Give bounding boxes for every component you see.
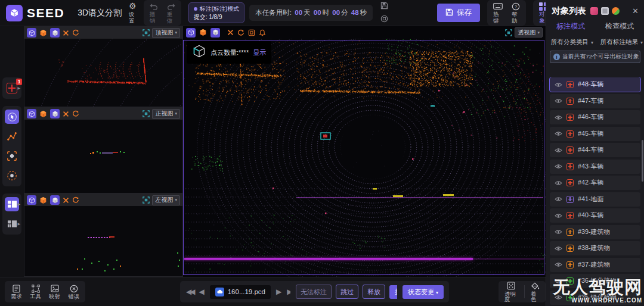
object-list-item[interactable]: #39-建筑物 [550,225,640,239]
focus-icon[interactable] [143,196,150,204]
visibility-eye-icon[interactable] [555,196,562,202]
main-view-select[interactable]: 透视图▾ [515,27,543,38]
folder-badge-icon[interactable] [590,7,598,15]
visibility-eye-icon[interactable] [555,246,562,251]
redo-button[interactable]: 重做 [167,2,175,24]
cube-wire-button[interactable] [27,109,36,118]
errors-button[interactable]: 错误 [68,284,79,299]
cube-solid-button[interactable] [199,29,207,36]
refresh-icon[interactable] [237,29,244,36]
colorize-button[interactable]: 着色 [531,282,540,302]
refresh-icon[interactable] [72,196,79,204]
visibility-eye-icon[interactable] [555,229,562,235]
visibility-eye-icon[interactable] [555,115,562,120]
object-list-item[interactable]: #46-车辆 [550,110,640,124]
category-filter-select[interactable]: 所有分类类目▾ [551,38,593,46]
visibility-eye-icon[interactable] [555,82,562,88]
square-badge-icon[interactable] [601,7,609,15]
expand-icon[interactable] [63,111,69,117]
requirements-button[interactable]: 需求 [11,284,22,299]
result-filter-select[interactable]: 所有标注结果▾ [600,38,643,46]
expand-icon[interactable] [227,29,234,36]
palette-badge-icon[interactable] [612,7,620,15]
first-frame-button[interactable]: ◀◀ [186,288,193,296]
cube-shaded-button[interactable] [210,28,220,38]
visibility-eye-icon[interactable] [555,98,562,104]
object-list-item[interactable]: #40-车辆 [550,208,640,223]
rotate-tool-button[interactable] [5,168,19,183]
cube-wire-button[interactable] [186,28,196,38]
scale-tool-button[interactable] [5,149,19,163]
layout-split-button[interactable]: ▶ [5,197,19,211]
object-list-item[interactable]: #36-绿化植物 [550,274,640,288]
expand-icon[interactable] [63,30,69,36]
focus-icon[interactable] [143,29,150,36]
transparency-button[interactable]: 透明度 [504,282,518,302]
cube-solid-button[interactable] [39,29,47,37]
visibility-eye-icon[interactable] [555,262,562,267]
object-list-item[interactable]: #44-车辆 [550,143,640,157]
object-list-item[interactable]: #45-车辆 [550,127,640,141]
visibility-eye-icon[interactable] [555,164,562,169]
save-button[interactable]: 保存 [437,4,480,22]
help-button[interactable]: ? 帮助 [512,2,520,24]
visibility-eye-icon[interactable] [555,279,562,284]
main-view-canvas[interactable] [183,39,546,277]
cube-solid-button[interactable] [39,110,47,118]
mapping-button[interactable]: 映射 [49,284,60,299]
refresh-icon[interactable] [72,29,79,36]
close-icon[interactable]: ✕ [632,7,639,15]
current-file-pill[interactable]: 160...19.pcd [210,285,271,299]
cube-shaded-button[interactable] [50,109,60,118]
top-view-select[interactable]: 顶视图▾ [152,28,180,38]
cube-shaded-button[interactable] [50,195,60,205]
object-list-item[interactable]: #41-地面 [550,192,640,207]
visibility-eye-icon[interactable] [555,131,562,136]
object-list-item[interactable]: #42-车辆 [550,176,640,190]
cube-solid-button[interactable] [39,196,47,204]
object-list-item[interactable]: #37-建筑物 [550,258,640,272]
release-button[interactable]: 释放 [363,285,385,299]
polyline-tool-button[interactable] [5,129,19,143]
left-view-select[interactable]: 左视图▾ [152,195,180,205]
top-view-canvas[interactable] [24,39,182,107]
autosave-icon[interactable] [380,14,388,25]
front-view-canvas[interactable] [24,120,182,193]
visibility-eye-icon[interactable] [555,213,562,218]
category-palette-button[interactable]: 1 ▶ [5,81,19,95]
status-change-button[interactable]: 状态变更 ▾ [402,285,444,299]
focus-icon[interactable] [505,29,512,36]
bell-icon[interactable] [259,29,266,36]
skip-button[interactable]: 跳过 [336,285,358,299]
cube-wire-button[interactable] [27,28,36,38]
focus-icon[interactable] [143,110,150,117]
select-tool-button[interactable] [5,110,19,124]
next-frame-button[interactable]: ▶ [276,288,281,296]
object-list-item[interactable]: #38-建筑物 [550,241,640,255]
frame-icon[interactable] [248,29,255,36]
front-view-select[interactable]: 正视图▾ [152,109,180,119]
tab-annotate-mode[interactable]: 标注模式 [546,21,595,35]
object-list-item[interactable]: #35-绿化植物 [550,291,640,305]
layout-grid-button[interactable]: ▶ [5,217,19,231]
visibility-eye-icon[interactable] [555,295,562,300]
object-list-item[interactable]: #43-车辆 [550,160,640,174]
tab-review-mode[interactable]: 检查模式 [595,21,644,35]
expand-icon[interactable] [63,197,69,204]
tools-button[interactable]: 工具 [30,284,41,299]
hotkeys-button[interactable]: 热键 [493,2,503,24]
refresh-icon[interactable] [72,110,79,117]
panel-scrollbar[interactable] [642,140,643,182]
settings-button[interactable]: ⚙ 设置 [129,2,137,24]
object-list-item[interactable]: #47-车辆 [550,94,640,108]
cube-wire-button[interactable] [27,195,36,205]
left-view-canvas[interactable] [24,206,182,276]
prev-frame-button[interactable]: ◀ [199,288,204,296]
visibility-eye-icon[interactable] [555,180,562,186]
visibility-eye-icon[interactable] [555,148,562,153]
undo-button[interactable]: 撤销 [150,2,158,24]
floppy-icon[interactable] [380,1,388,12]
show-link[interactable]: 显示 [253,48,266,57]
cube-shaded-button[interactable] [50,28,60,38]
cannot-annotate-button[interactable]: 无法标注 [296,285,332,299]
